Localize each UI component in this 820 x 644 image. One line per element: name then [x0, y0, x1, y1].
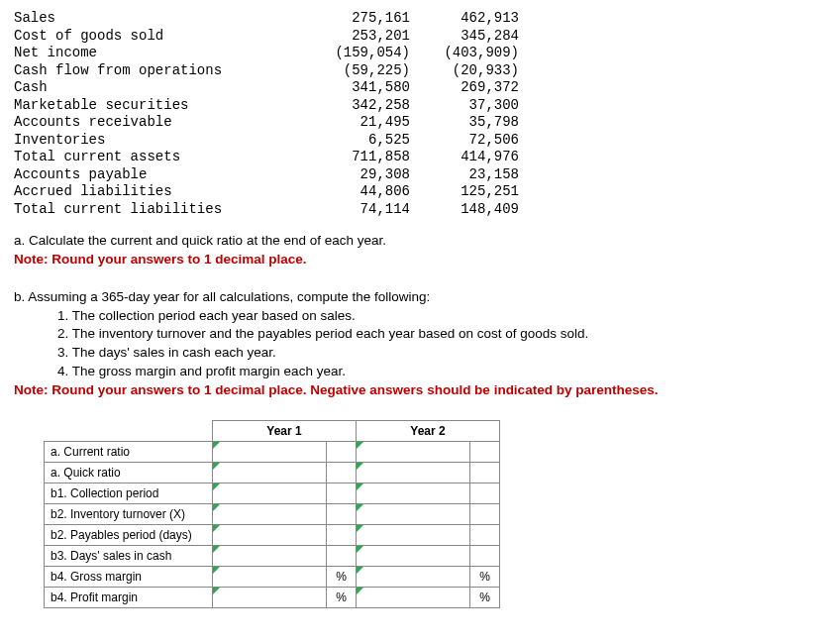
table-row: b1. Collection period: [45, 483, 500, 504]
fin-val-y1: 6,525: [301, 132, 410, 150]
fin-row: Total current liabilities74,114148,409: [14, 201, 806, 219]
table-header-row: Year 1 Year 2: [45, 421, 500, 442]
questions-block: a. Calculate the current and quick ratio…: [14, 232, 806, 400]
row-label: a. Current ratio: [45, 442, 213, 463]
fin-val-y2: 462,913: [410, 10, 519, 28]
row-label: b4. Gross margin: [45, 567, 213, 588]
fin-val-y1: 342,258: [301, 97, 410, 115]
fin-row: Total current assets711,858414,976: [14, 149, 806, 166]
fin-row: Net income(159,054)(403,909): [14, 45, 806, 62]
question-b-intro: b. Assuming a 365-day year for all calcu…: [14, 288, 806, 307]
unit-cell: %: [470, 588, 500, 608]
unit-cell: [470, 546, 500, 567]
fin-val-y2: 37,300: [410, 97, 519, 115]
fin-label: Total current assets: [14, 149, 301, 166]
fin-val-y1: 275,161: [301, 10, 410, 28]
financial-data-block: Sales275,161462,913 Cost of goods sold25…: [14, 10, 806, 218]
row-label: b2. Inventory turnover (X): [45, 504, 213, 525]
fin-row: Marketable securities342,25837,300: [14, 97, 806, 115]
fin-label: Marketable securities: [14, 97, 301, 115]
fin-row: Cost of goods sold253,201345,284: [14, 28, 806, 46]
question-a: a. Calculate the current and quick ratio…: [14, 232, 806, 251]
fin-val-y1: 341,580: [301, 79, 410, 97]
fin-row: Accounts receivable21,49535,798: [14, 114, 806, 132]
fin-row: Accounts payable29,30823,158: [14, 166, 806, 184]
fin-label: Accounts receivable: [14, 114, 301, 132]
answer-input-y2[interactable]: [357, 463, 470, 483]
fin-row: Cash flow from operations(59,225)(20,933…: [14, 62, 806, 80]
table-row: b3. Days' sales in cash: [45, 546, 500, 567]
row-label: b4. Profit margin: [45, 588, 213, 608]
answer-table: Year 1 Year 2 a. Current ratio a. Quick …: [44, 420, 500, 608]
fin-val-y2: (20,933): [410, 62, 519, 80]
unit-cell: [327, 463, 357, 483]
answer-input-y2[interactable]: [357, 588, 470, 608]
answer-input-y2[interactable]: [357, 525, 470, 546]
fin-label: Cost of goods sold: [14, 28, 301, 46]
fin-val-y2: 414,976: [410, 149, 519, 166]
unit-cell: [470, 442, 500, 463]
fin-label: Net income: [14, 45, 301, 62]
blank-header: [45, 421, 213, 442]
fin-val-y1: 253,201: [301, 28, 410, 46]
answer-input-y1[interactable]: [213, 525, 327, 546]
answer-input-y1[interactable]: [213, 504, 327, 525]
unit-cell: %: [327, 567, 357, 588]
answer-input-y1[interactable]: [213, 546, 327, 567]
fin-val-y2: 23,158: [410, 166, 519, 184]
fin-label: Cash flow from operations: [14, 62, 301, 80]
answer-input-y1[interactable]: [213, 567, 327, 588]
fin-label: Cash: [14, 79, 301, 97]
header-year2: Year 2: [357, 421, 500, 442]
question-b-item: 1. The collection period each year based…: [14, 307, 806, 326]
fin-row: Accrued liabilities44,806125,251: [14, 183, 806, 201]
fin-val-y2: 269,372: [410, 79, 519, 97]
fin-val-y2: (403,909): [410, 45, 519, 62]
fin-label: Inventories: [14, 132, 301, 150]
answer-input-y2[interactable]: [357, 442, 470, 463]
unit-cell: %: [327, 588, 357, 608]
fin-val-y1: 74,114: [301, 201, 410, 219]
fin-row: Cash341,580269,372: [14, 79, 806, 97]
unit-cell: [327, 546, 357, 567]
fin-label: Sales: [14, 10, 301, 28]
fin-row: Sales275,161462,913: [14, 10, 806, 28]
fin-val-y1: 29,308: [301, 166, 410, 184]
fin-val-y1: 44,806: [301, 183, 410, 201]
row-label: b2. Payables period (days): [45, 525, 213, 546]
fin-row: Inventories6,52572,506: [14, 132, 806, 150]
fin-label: Accounts payable: [14, 166, 301, 184]
answer-input-y2[interactable]: [357, 546, 470, 567]
question-a-note: Note: Round your answers to 1 decimal pl…: [14, 251, 806, 269]
table-row: b2. Inventory turnover (X): [45, 504, 500, 525]
question-b-item: 2. The inventory turnover and the payabl…: [14, 325, 806, 344]
table-row: b4. Profit margin % %: [45, 588, 500, 608]
answer-input-y2[interactable]: [357, 567, 470, 588]
question-b-item: 3. The days' sales in cash each year.: [14, 344, 806, 363]
header-year1: Year 1: [213, 421, 357, 442]
unit-cell: [327, 525, 357, 546]
unit-cell: [470, 463, 500, 483]
answer-input-y1[interactable]: [213, 442, 327, 463]
row-label: a. Quick ratio: [45, 463, 213, 483]
answer-input-y2[interactable]: [357, 483, 470, 504]
fin-val-y1: 21,495: [301, 114, 410, 132]
fin-label: Accrued liabilities: [14, 183, 301, 201]
fin-val-y1: (159,054): [301, 45, 410, 62]
table-row: a. Quick ratio: [45, 463, 500, 483]
table-row: b4. Gross margin % %: [45, 567, 500, 588]
fin-val-y2: 125,251: [410, 183, 519, 201]
fin-val-y2: 345,284: [410, 28, 519, 46]
fin-val-y2: 35,798: [410, 114, 519, 132]
fin-val-y2: 72,506: [410, 132, 519, 150]
answer-input-y2[interactable]: [357, 504, 470, 525]
unit-cell: [327, 504, 357, 525]
table-row: a. Current ratio: [45, 442, 500, 463]
question-b-note: Note: Round your answers to 1 decimal pl…: [14, 381, 806, 400]
unit-cell: [470, 504, 500, 525]
answer-input-y1[interactable]: [213, 588, 327, 608]
answer-input-y1[interactable]: [213, 463, 327, 483]
fin-val-y2: 148,409: [410, 201, 519, 219]
answer-input-y1[interactable]: [213, 483, 327, 504]
fin-val-y1: 711,858: [301, 149, 410, 166]
